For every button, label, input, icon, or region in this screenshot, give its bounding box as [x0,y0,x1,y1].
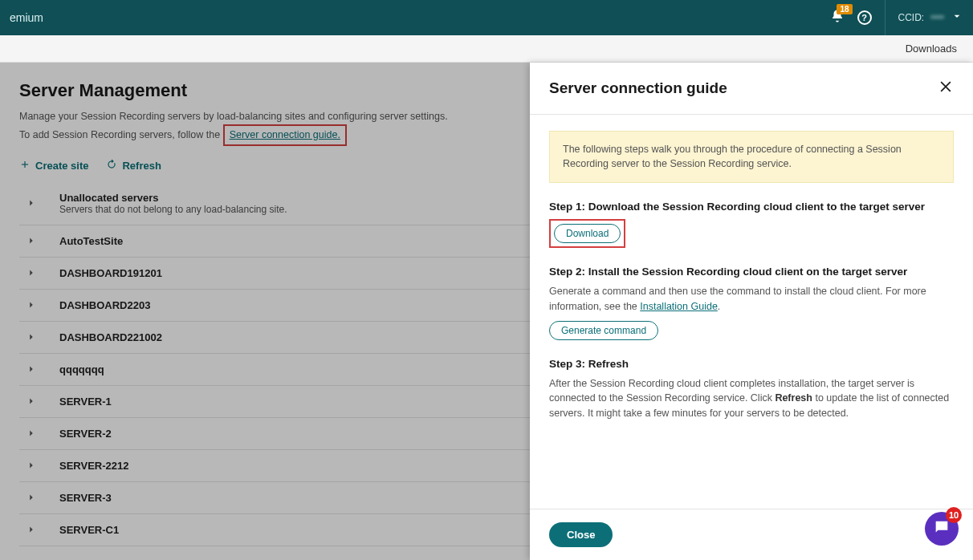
help-button[interactable]: ? [857,10,872,25]
downloads-link[interactable]: Downloads [906,43,957,55]
ccid-label: CCID: [898,12,925,23]
brand-fragment: emium [10,11,43,24]
chevron-down-icon [951,10,963,26]
step-3-refresh-bold: Refresh [775,392,812,404]
step-1: Step 1: Download the Session Recording c… [549,201,954,248]
help-widget[interactable]: 10 [925,512,959,546]
help-widget-badge: 10 [946,507,962,523]
top-navbar: emium 18 ? CCID: •••• [0,0,973,35]
panel-body: The following steps walk you through the… [530,115,973,509]
notifications-button[interactable]: 18 [830,9,845,26]
step-3: Step 3: Refresh After the Session Record… [549,358,954,421]
download-button[interactable]: Download [554,224,621,243]
panel-title: Server connection guide [549,79,727,97]
topbar-right: 18 ? CCID: •••• [830,0,963,35]
step-2-desc-prefix: Generate a command and then use the comm… [549,286,926,312]
step-2: Step 2: Install the Session Recording cl… [549,266,954,340]
step-2-description: Generate a command and then use the comm… [549,284,954,314]
toolbar: Downloads [0,35,973,63]
step-3-title: Step 3: Refresh [549,358,954,370]
step-2-desc-suffix: . [718,301,720,312]
ccid-value: •••• [930,12,944,23]
step-2-title: Step 2: Install the Session Recording cl… [549,266,954,278]
close-icon [938,83,954,97]
step-1-title: Step 1: Download the Session Recording c… [549,201,954,213]
installation-guide-link[interactable]: Installation Guide [640,301,718,312]
info-banner: The following steps walk you through the… [549,131,954,183]
account-menu[interactable]: CCID: •••• [885,0,963,35]
generate-command-button[interactable]: Generate command [549,321,658,340]
main-area: Server Management Manage your Session Re… [0,63,973,560]
notifications-badge: 18 [837,4,852,14]
close-button[interactable]: Close [549,522,613,547]
highlight-download-button: Download [549,219,625,248]
panel-header: Server connection guide [530,63,973,115]
panel-footer: Close [530,509,973,560]
step-3-description: After the Session Recording cloud client… [549,376,954,421]
close-panel-button[interactable] [938,79,954,98]
server-connection-guide-panel: Server connection guide The following st… [530,63,973,560]
chat-icon [933,518,951,539]
